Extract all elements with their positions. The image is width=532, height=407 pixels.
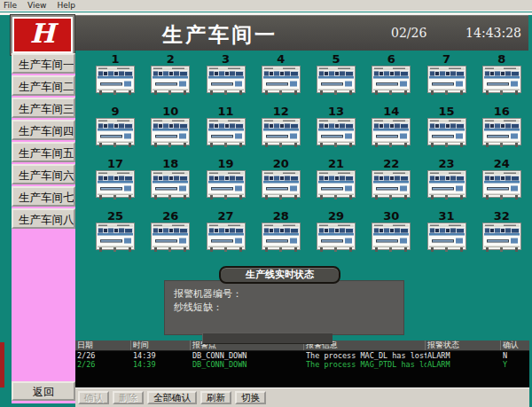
machine-cell[interactable]: 9 bbox=[88, 104, 143, 156]
machine-cell[interactable]: 22 bbox=[364, 156, 419, 208]
sidebar-workshop-button[interactable]: 生产车间八 bbox=[12, 208, 75, 229]
machine-cell[interactable]: 19 bbox=[199, 156, 254, 208]
column-header-date: 日期 bbox=[75, 340, 131, 350]
alarm-row[interactable]: 2/26 14:39 DB_CONN_DOWN The process MAG_… bbox=[75, 360, 529, 369]
toolbar-button[interactable]: 全部确认 bbox=[147, 391, 197, 404]
toolbar-button[interactable]: 确认 bbox=[78, 391, 109, 404]
machine-number: 29 bbox=[328, 210, 344, 223]
knitting-machine-icon bbox=[482, 170, 521, 200]
machine-cell[interactable]: 4 bbox=[254, 51, 309, 104]
machine-cell[interactable]: 30 bbox=[364, 208, 419, 261]
machine-cell[interactable]: 1 bbox=[88, 51, 143, 104]
machine-number: 5 bbox=[332, 53, 340, 66]
alarm-ack: N bbox=[503, 351, 528, 360]
panel-handle-bar bbox=[202, 333, 332, 344]
machine-cell[interactable]: 26 bbox=[143, 208, 198, 261]
machine-cell[interactable]: 29 bbox=[309, 208, 364, 261]
machine-cell[interactable]: 14 bbox=[364, 104, 419, 156]
knitting-machine-icon bbox=[317, 170, 356, 200]
brand-logo-icon: H bbox=[11, 15, 74, 55]
page-title: 生产车间一 bbox=[162, 21, 278, 49]
alarm-status: ALARM bbox=[427, 351, 500, 360]
machine-number: 26 bbox=[162, 210, 178, 223]
time-display: 14:43:28 bbox=[466, 26, 521, 40]
sidebar-workshop-button[interactable]: 生产车间五 bbox=[12, 142, 75, 162]
machine-number: 31 bbox=[439, 210, 455, 223]
machine-cell[interactable]: 21 bbox=[309, 156, 364, 208]
machine-cell[interactable]: 12 bbox=[254, 104, 309, 156]
machine-number: 16 bbox=[494, 106, 510, 118]
machine-cell[interactable]: 31 bbox=[419, 208, 474, 261]
knitting-machine-icon bbox=[262, 66, 301, 96]
machine-cell[interactable]: 7 bbox=[419, 51, 474, 104]
menu-item[interactable]: File bbox=[4, 1, 17, 10]
knitting-machine-icon bbox=[317, 66, 356, 96]
toolbar-button[interactable]: 刷新 bbox=[200, 391, 231, 404]
machine-number: 28 bbox=[273, 210, 289, 223]
machine-cell[interactable]: 20 bbox=[254, 156, 309, 208]
sidebar-workshop-button[interactable]: 生产车间二 bbox=[12, 75, 75, 96]
column-header-status: 报警状态 bbox=[426, 340, 501, 350]
alarm-ack: Y bbox=[503, 360, 528, 369]
machine-cell[interactable]: 6 bbox=[364, 51, 419, 104]
menu-item[interactable]: View bbox=[27, 1, 46, 10]
machine-number: 9 bbox=[112, 106, 120, 118]
toolbar-button[interactable]: 切换 bbox=[235, 391, 266, 404]
column-header-ack: 确认 bbox=[501, 340, 529, 350]
column-header-time: 时间 bbox=[131, 340, 191, 350]
knitting-machine-icon bbox=[317, 118, 356, 148]
sidebar-workshop-button[interactable]: 生产车间七 bbox=[12, 186, 75, 207]
machine-number: 10 bbox=[162, 106, 178, 118]
machine-number: 2 bbox=[167, 53, 175, 66]
alarm-row[interactable]: 2/26 14:39 DB_CONN_DOWN The process MAC_… bbox=[75, 351, 529, 360]
machine-number: 19 bbox=[218, 158, 234, 170]
machine-cell[interactable]: 27 bbox=[199, 208, 254, 261]
machine-cell[interactable]: 23 bbox=[419, 156, 474, 208]
menu-item[interactable]: Help bbox=[57, 1, 75, 10]
knitting-machine-icon bbox=[151, 66, 190, 96]
knitting-machine-icon bbox=[96, 223, 135, 253]
alarm-machine-label: 报警机器编号： bbox=[174, 287, 403, 301]
status-tab-title: 生产线实时状态 bbox=[219, 266, 340, 284]
machine-cell[interactable]: 10 bbox=[143, 104, 198, 156]
machine-cell[interactable]: 18 bbox=[143, 156, 198, 208]
machine-cell[interactable]: 5 bbox=[309, 51, 364, 104]
knitting-machine-icon bbox=[427, 223, 466, 253]
sidebar-workshop-button[interactable]: 生产车间四 bbox=[12, 120, 75, 140]
machine-cell[interactable]: 11 bbox=[199, 104, 254, 156]
alarm-date: 2/26 bbox=[77, 360, 130, 369]
knitting-machine-icon bbox=[151, 223, 190, 253]
machine-cell[interactable]: 13 bbox=[309, 104, 364, 156]
machine-cell[interactable]: 28 bbox=[254, 208, 309, 261]
title-bar: 生产车间一 02/26 14:43:28 bbox=[75, 15, 528, 51]
alarm-message: The process MAC_DL has lost its d.. bbox=[306, 351, 426, 360]
machine-number: 12 bbox=[273, 106, 289, 118]
machine-cell[interactable]: 2 bbox=[143, 51, 198, 104]
machine-cell[interactable]: 17 bbox=[88, 156, 143, 208]
status-panel: 报警机器编号： 纱线短缺： bbox=[164, 280, 404, 335]
machine-number: 24 bbox=[494, 158, 510, 170]
toolbar-button[interactable]: 删除 bbox=[113, 391, 144, 404]
sidebar-workshop-button[interactable]: 生产车间一 bbox=[12, 53, 75, 74]
knitting-machine-icon bbox=[262, 223, 301, 253]
machine-number: 7 bbox=[442, 53, 450, 66]
sidebar-workshop-button[interactable]: 生产车间六 bbox=[12, 164, 75, 184]
knitting-machine-icon bbox=[151, 118, 190, 148]
knitting-machine-icon bbox=[96, 118, 135, 148]
knitting-machine-icon bbox=[207, 223, 246, 253]
machine-number: 11 bbox=[218, 106, 234, 118]
machine-number: 23 bbox=[439, 158, 455, 170]
knitting-machine-icon bbox=[372, 66, 411, 96]
machine-cell[interactable]: 32 bbox=[474, 208, 529, 261]
alarm-status: ALARM bbox=[427, 360, 500, 369]
machine-cell[interactable]: 8 bbox=[474, 51, 529, 104]
machine-cell[interactable]: 16 bbox=[474, 104, 529, 156]
machine-cell[interactable]: 24 bbox=[474, 156, 529, 208]
machine-cell[interactable]: 25 bbox=[88, 208, 143, 261]
alarm-rows: 2/26 14:39 DB_CONN_DOWN The process MAC_… bbox=[75, 351, 529, 369]
machine-cell[interactable]: 3 bbox=[199, 51, 254, 104]
back-button[interactable]: 返回 bbox=[12, 381, 75, 401]
machine-cell[interactable]: 15 bbox=[419, 104, 474, 156]
sidebar-workshop-button[interactable]: 生产车间三 bbox=[12, 98, 75, 118]
machine-number: 17 bbox=[107, 158, 123, 170]
